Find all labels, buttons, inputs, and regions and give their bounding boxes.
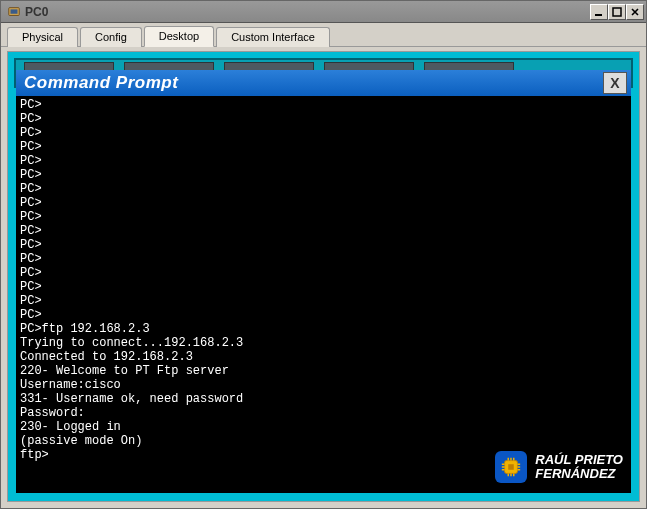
minimize-button[interactable] bbox=[590, 4, 608, 20]
maximize-button[interactable] bbox=[608, 4, 626, 20]
command-prompt-close-button[interactable]: X bbox=[603, 72, 627, 94]
app-icon bbox=[7, 5, 21, 19]
terminal-output[interactable]: PC> PC> PC> PC> PC> PC> PC> PC> PC> PC> … bbox=[16, 96, 631, 493]
desktop-area: Command Prompt X PC> PC> PC> PC> PC> PC>… bbox=[7, 51, 640, 502]
tabstrip: Physical Config Desktop Custom Interface bbox=[1, 23, 646, 47]
svg-rect-2 bbox=[595, 14, 602, 16]
tab-desktop[interactable]: Desktop bbox=[144, 26, 214, 47]
client-area: Command Prompt X PC> PC> PC> PC> PC> PC>… bbox=[1, 47, 646, 508]
command-prompt-window: Command Prompt X PC> PC> PC> PC> PC> PC>… bbox=[16, 70, 631, 493]
tab-physical[interactable]: Physical bbox=[7, 27, 78, 47]
tab-custom-interface[interactable]: Custom Interface bbox=[216, 27, 330, 47]
titlebar[interactable]: PC0 bbox=[1, 1, 646, 23]
window-controls bbox=[590, 4, 644, 20]
svg-rect-1 bbox=[11, 9, 18, 13]
svg-rect-3 bbox=[613, 8, 621, 16]
command-prompt-title: Command Prompt bbox=[24, 73, 603, 93]
command-prompt-titlebar[interactable]: Command Prompt X bbox=[16, 70, 631, 96]
window-title: PC0 bbox=[25, 5, 590, 19]
app-window: PC0 Physical Config Desktop Custom Inter… bbox=[0, 0, 647, 509]
tab-config[interactable]: Config bbox=[80, 27, 142, 47]
close-button[interactable] bbox=[626, 4, 644, 20]
